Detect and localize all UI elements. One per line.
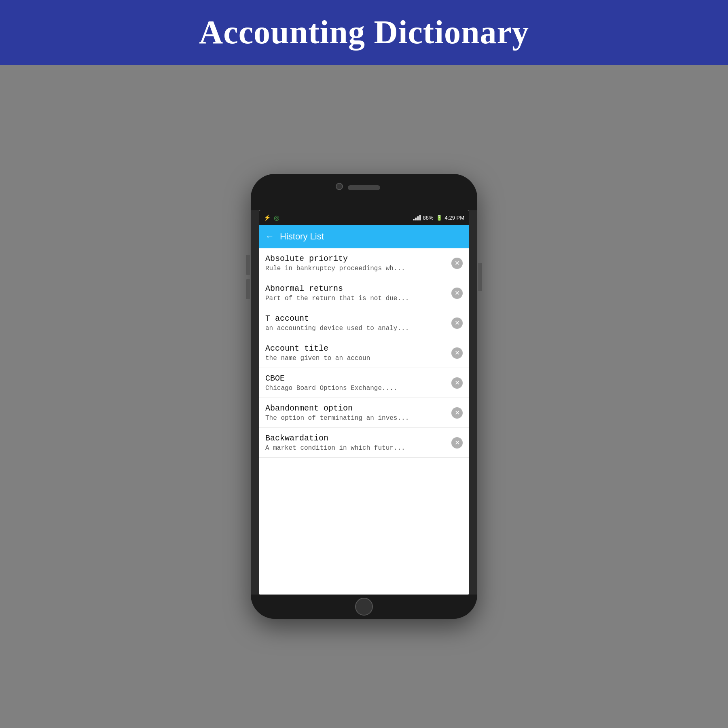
bar1: [413, 219, 415, 220]
item-title-3: Account title: [265, 344, 447, 353]
remove-item-button-1[interactable]: ✕: [451, 288, 463, 299]
usb-icon: ⚡: [264, 214, 271, 221]
bar3: [417, 216, 419, 220]
remove-item-button-5[interactable]: ✕: [451, 407, 463, 419]
signal-bars: [413, 215, 421, 220]
app-bar: ← History List: [259, 225, 469, 248]
item-title-6: Backwardation: [265, 434, 447, 443]
battery-percent: 88%: [423, 215, 434, 221]
history-list[interactable]: Absolute priority Rule in bankruptcy pro…: [259, 248, 469, 595]
item-title-2: T account: [265, 314, 447, 323]
phone-top: [251, 174, 477, 210]
list-item[interactable]: Absolute priority Rule in bankruptcy pro…: [259, 248, 469, 278]
item-title-1: Abnormal returns: [265, 284, 447, 293]
item-text-5: Abandonment option The option of termina…: [265, 404, 447, 422]
remove-item-button-2[interactable]: ✕: [451, 317, 463, 329]
list-item[interactable]: Backwardation A market condition in whic…: [259, 428, 469, 458]
camera-sensor: [336, 183, 343, 190]
item-text-6: Backwardation A market condition in whic…: [265, 434, 447, 452]
item-title-5: Abandonment option: [265, 404, 447, 413]
list-item[interactable]: Abandonment option The option of termina…: [259, 398, 469, 428]
status-left: ⚡ ◎: [264, 214, 279, 222]
remove-item-button-0[interactable]: ✕: [451, 258, 463, 269]
item-text-0: Absolute priority Rule in bankruptcy pro…: [265, 254, 447, 272]
screen-title: History List: [280, 231, 463, 242]
item-desc-1: Part of the return that is not due...: [265, 295, 447, 302]
time-display: 4:29 PM: [445, 215, 464, 221]
item-desc-6: A market condition in which futur...: [265, 444, 447, 452]
item-title-4: CBOE: [265, 374, 447, 383]
phone-bottom: [251, 595, 477, 619]
power-button: [478, 263, 482, 291]
item-desc-2: an accounting device used to analy...: [265, 325, 447, 332]
phone-speaker: [348, 185, 380, 190]
item-desc-5: The option of terminating an inves...: [265, 415, 447, 422]
top-banner: Accounting Dictionary: [0, 0, 728, 65]
home-button[interactable]: [355, 598, 373, 616]
bar4: [419, 215, 421, 220]
battery-icon: 🔋: [436, 215, 442, 221]
remove-item-button-4[interactable]: ✕: [451, 377, 463, 389]
list-item[interactable]: Abnormal returns Part of the return that…: [259, 278, 469, 308]
item-desc-4: Chicago Board Options Exchange....: [265, 385, 447, 392]
phone-shell: ⚡ ◎ 88% 🔋 4:29 PM ←: [251, 174, 477, 619]
volume-up-button: [246, 255, 250, 275]
back-button[interactable]: ←: [265, 231, 274, 242]
item-text-3: Account title the name given to an accou…: [265, 344, 447, 362]
item-text-4: CBOE Chicago Board Options Exchange....: [265, 374, 447, 392]
item-text-2: T account an accounting device used to a…: [265, 314, 447, 332]
list-item[interactable]: CBOE Chicago Board Options Exchange.... …: [259, 368, 469, 398]
item-title-0: Absolute priority: [265, 254, 447, 263]
list-item[interactable]: Account title the name given to an accou…: [259, 338, 469, 368]
list-item[interactable]: T account an accounting device used to a…: [259, 308, 469, 338]
item-text-1: Abnormal returns Part of the return that…: [265, 284, 447, 302]
volume-down-button: [246, 279, 250, 299]
remove-item-button-6[interactable]: ✕: [451, 437, 463, 449]
phone-area: ⚡ ◎ 88% 🔋 4:29 PM ←: [0, 65, 728, 728]
item-desc-3: the name given to an accoun: [265, 355, 447, 362]
bar2: [415, 218, 417, 220]
status-right: 88% 🔋 4:29 PM: [413, 215, 464, 221]
item-desc-0: Rule in bankruptcy proceedings wh...: [265, 265, 447, 272]
location-icon: ◎: [274, 214, 279, 222]
status-bar: ⚡ ◎ 88% 🔋 4:29 PM: [259, 210, 469, 225]
app-title: Accounting Dictionary: [199, 13, 529, 51]
phone-screen: ⚡ ◎ 88% 🔋 4:29 PM ←: [259, 210, 469, 595]
remove-item-button-3[interactable]: ✕: [451, 347, 463, 359]
